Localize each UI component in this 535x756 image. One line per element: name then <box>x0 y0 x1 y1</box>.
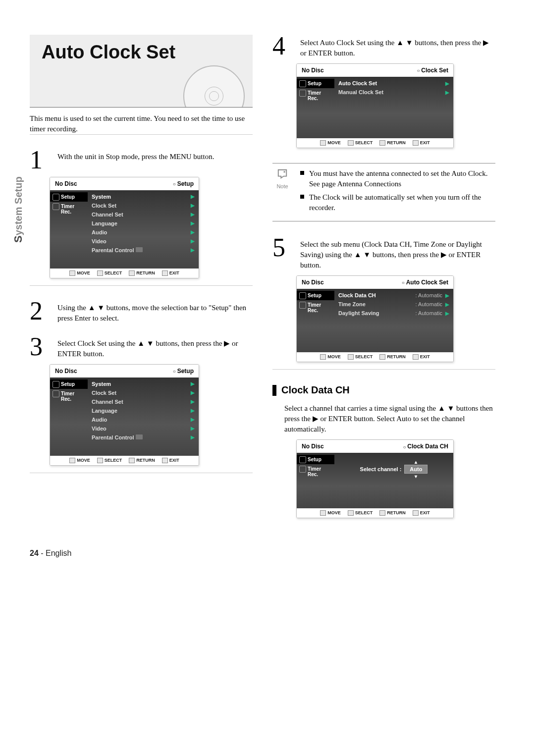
sidebar-section-label: System Setup <box>12 176 25 243</box>
title-block: Auto Clock Set <box>30 35 253 108</box>
menu-item: Clock Set▶ <box>91 201 196 210</box>
step-3: 3 Select Clock Set using the ▲ ▼ buttons… <box>30 335 253 359</box>
note-item: You must have the antenna connected to s… <box>300 168 495 192</box>
menu-item: Parental Control▶ <box>91 246 196 255</box>
section-body: Select a channel that carries a time sig… <box>272 403 495 434</box>
intro-text: This menu is used to set the current tim… <box>30 113 253 135</box>
step-5: 5 Select the sub menu (Clock Data CH, Ti… <box>272 236 495 270</box>
step-2: 2 Using the ▲ ▼ buttons, move the select… <box>30 300 253 324</box>
note-item: The Clock will be automatically set when… <box>300 192 495 216</box>
section-heading: Clock Data CH <box>272 384 495 396</box>
step-4: 4 Select Auto Clock Set using the ▲ ▼ bu… <box>272 35 495 58</box>
menu-item: Language▶ <box>91 219 196 228</box>
osd-crumb: Setup <box>173 180 194 187</box>
channel-value-box: Auto <box>404 465 428 474</box>
section-bar-icon <box>272 385 276 396</box>
osd-side-setup: Setup <box>50 192 88 202</box>
step-1: 1 With the unit in Stop mode, press the … <box>30 149 253 172</box>
osd-setup-menu-2: No Disc Setup Setup Timer Rec. System▶ C… <box>50 364 199 466</box>
lock-icon <box>136 247 143 252</box>
note-block: Note You must have the antenna connected… <box>272 163 495 221</box>
osd-side-timer: Timer Rec. <box>50 202 88 216</box>
osd-autoclock-menu: No Disc Auto Clock Set Setup Timer Rec. … <box>296 275 454 362</box>
select-channel-row: Select channel : Auto <box>337 455 450 484</box>
osd-setup-menu: No Disc Setup Setup Timer Rec. System▶ C… <box>50 177 199 278</box>
osd-nodisc: No Disc <box>55 180 77 187</box>
menu-item: Audio▶ <box>91 228 196 237</box>
osd-footer: MOVE SELECT RETURN EXIT <box>50 269 199 278</box>
osd-clockset-menu: No Disc Clock Set Setup Timer Rec. Auto … <box>296 63 454 148</box>
menu-item: Video▶ <box>91 237 196 246</box>
osd-clockdata-menu: No Disc Clock Data CH Setup Timer Rec. S… <box>296 439 454 518</box>
disc-icon <box>183 65 245 108</box>
menu-item: System▶ <box>91 192 196 201</box>
note-icon <box>277 168 288 179</box>
page-title: Auto Clock Set <box>42 42 241 63</box>
page-footer: 24 - English <box>30 549 495 558</box>
menu-item: Channel Set▶ <box>91 210 196 219</box>
